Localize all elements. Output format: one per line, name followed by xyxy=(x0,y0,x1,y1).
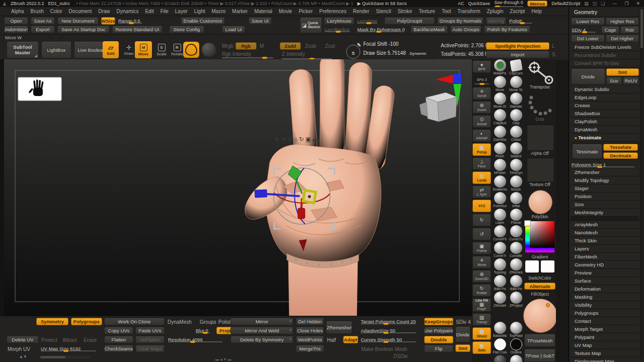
mirror-and-weld-button[interactable]: Mirror And Weld≡ xyxy=(230,327,293,334)
spotlight-projection-button[interactable]: Spotlight Projection xyxy=(486,42,549,50)
menu-item[interactable]: Dynamics xyxy=(117,9,139,14)
symmetry-toggle[interactable]: Symmetry xyxy=(36,318,68,325)
brush-slot[interactable]: Chisel xyxy=(508,126,524,142)
view-control-button[interactable]: ↻ Rotate xyxy=(472,284,491,297)
menu-item[interactable]: Zscript xyxy=(510,9,525,14)
tool-panel-section[interactable]: EdgeLoop xyxy=(571,94,639,102)
tool-panel-section[interactable]: Preview xyxy=(571,269,639,277)
delete-by-symmetry-button[interactable]: Delete By Symmetry≡ xyxy=(230,336,293,343)
toolbar-button[interactable]: Store Config xyxy=(169,26,204,33)
toolbar-button[interactable]: Load Ui xyxy=(222,26,245,33)
current-material-sphere[interactable] xyxy=(202,43,216,57)
del-hidden-button[interactable]: Del Hidden xyxy=(296,318,324,325)
mrgb-button[interactable]: Mrgb xyxy=(222,43,233,49)
close-button[interactable]: ✕ xyxy=(636,1,640,6)
menu-item[interactable]: Render xyxy=(353,9,369,14)
gizmo-icon[interactable]: ⌂ xyxy=(294,136,297,143)
menu-item[interactable]: Stencil xyxy=(376,9,391,14)
menu-item[interactable]: Zplugin xyxy=(487,9,504,14)
divide-button[interactable]: Divide xyxy=(455,326,470,342)
toolbar-button[interactable]: LazyMouse xyxy=(324,17,354,25)
tool-panel-section[interactable]: FiberMesh xyxy=(571,253,639,261)
toolbar-button[interactable]: BackfaceMask xyxy=(411,26,448,33)
brush-slot[interactable]: ZRemes xyxy=(508,258,524,275)
brush-slot[interactable]: ZModeli xyxy=(492,292,508,308)
tool-panel-section[interactable]: ArrayMesh xyxy=(571,221,639,229)
toolbar-button[interactable]: WSize xyxy=(101,17,115,25)
gizmo-icon[interactable]: ▣ xyxy=(305,136,311,143)
smt-toggle[interactable]: Smt xyxy=(606,68,639,76)
groups-toggle[interactable]: Groups xyxy=(200,319,216,325)
tool-panel-section[interactable]: Stager xyxy=(571,185,639,193)
toolbar-button[interactable]: Restore Standard UI xyxy=(112,26,163,33)
toolbar-button[interactable]: Save As Startup Doc xyxy=(57,26,110,33)
brush-slot[interactable]: DamSta xyxy=(492,126,508,142)
brush-slot[interactable]: Standar xyxy=(508,93,524,109)
menus-button[interactable]: Menus xyxy=(527,1,547,7)
work-on-clone-button[interactable]: Work On Clone xyxy=(104,318,165,325)
brush-slot[interactable]: MaskPe xyxy=(492,59,508,75)
mergetris-button[interactable]: MergeTris xyxy=(296,345,324,352)
delete-uv-button[interactable]: Delete UV xyxy=(7,336,39,343)
tool-panel-section[interactable]: Visibility xyxy=(571,301,639,309)
toolbar-button[interactable]: Polish By Features xyxy=(484,26,530,33)
brush-slot[interactable]: CurveTr xyxy=(492,242,508,258)
transpose-icon[interactable] xyxy=(527,61,553,84)
ac-label[interactable]: AC xyxy=(458,1,464,6)
brush-slot[interactable]: CurveTu xyxy=(508,225,524,241)
keepgroups-toggle[interactable]: KeepGroups xyxy=(424,318,453,325)
tpose-mesh-button[interactable]: TPoseMesh xyxy=(524,334,555,347)
uv-map-size-slider[interactable]: UV Map Size 8192 xyxy=(40,345,101,352)
dynamic-toggle[interactable]: Dynamic xyxy=(410,51,426,56)
menu-item[interactable]: Transform xyxy=(457,9,480,14)
polygroups-toggle[interactable]: Polygroups xyxy=(71,318,102,325)
flatten-button[interactable]: Flatten xyxy=(104,336,133,343)
polygons-size-slider[interactable]: Polygons Size 1 xyxy=(571,161,639,168)
tool-panel-section[interactable]: MeshIntegrity xyxy=(571,209,639,217)
menu-item[interactable]: Help xyxy=(531,9,542,14)
stroke-dots-icon[interactable] xyxy=(527,94,553,117)
brush-slot[interactable]: ClipCurv xyxy=(508,59,524,75)
menu-item[interactable]: Texture xyxy=(419,9,435,14)
dynamesh-label[interactable]: DynaMesh xyxy=(168,319,192,325)
view-control-button[interactable]: ◐ AAHalf xyxy=(472,129,491,142)
brush-slot[interactable]: Flat Colo xyxy=(492,338,508,354)
target-polygons-slider[interactable]: Target Polygons Count 20 xyxy=(360,318,421,325)
panel-header[interactable]: Geometry xyxy=(571,8,639,17)
brush-slot[interactable]: Inflat xyxy=(508,192,524,208)
zsub-button[interactable]: Zsub xyxy=(305,43,316,49)
view-control-button[interactable]: SPix 3 xyxy=(472,74,491,85)
lower-res-button[interactable]: Lower Res xyxy=(571,18,605,25)
tool-panel-section[interactable]: Displacement Map xyxy=(571,357,639,362)
toolbar-button[interactable]: Export xyxy=(31,26,55,33)
menu-item[interactable]: Edit xyxy=(145,9,153,14)
movie-icon[interactable]: ▤ xyxy=(584,1,589,6)
bottom-scrollbar[interactable] xyxy=(40,356,91,358)
stencil-button[interactable]: ✎ S xyxy=(346,45,360,59)
mini-scroll-icon[interactable]: ▬ ▲▼ ▬ xyxy=(215,357,231,361)
toolbar-button[interactable]: Mask By Polygroups 0 xyxy=(357,26,408,33)
brush-slot[interactable]: Pinch xyxy=(492,142,508,158)
toolbar-button[interactable]: PolyGroupIt xyxy=(384,17,435,25)
dsdiv-slider[interactable]: DSDw xyxy=(393,353,408,359)
view-control-button[interactable]: ⊙ Actual xyxy=(472,115,491,128)
grab-doc-icon[interactable]: ◫ xyxy=(593,1,597,6)
use-polypaint-toggle[interactable]: Use Polypaint xyxy=(424,327,453,334)
brush-slot[interactable]: Slash3 xyxy=(508,142,524,158)
tool-panel-section[interactable]: Polypaint xyxy=(571,333,639,341)
view-control-button[interactable]: ✛ Scroll xyxy=(472,87,491,100)
alternate-button[interactable]: Alternate xyxy=(524,283,555,290)
toolbar-button[interactable]: MaxAng xyxy=(486,17,506,25)
lightbox-button[interactable]: LightBox xyxy=(41,41,71,58)
toolbar-button[interactable]: Range 0.5 xyxy=(118,17,147,25)
divide-button[interactable]: Divide xyxy=(571,68,605,84)
restore-button[interactable]: ❐ xyxy=(624,1,628,6)
menu-item[interactable]: Preferences xyxy=(319,9,346,14)
menu-item[interactable]: Tool xyxy=(442,9,451,14)
view-control-button[interactable]: ● BPR xyxy=(472,60,491,73)
tool-panel-section[interactable]: Polygroups xyxy=(571,309,639,317)
tool-panel-section[interactable]: Size xyxy=(571,201,639,209)
freeze-subdivision-button[interactable]: Freeze SubDivision Levels xyxy=(571,43,639,51)
tool-panel-section[interactable]: Deformation xyxy=(571,285,639,293)
menu-item[interactable]: Material xyxy=(254,9,272,14)
